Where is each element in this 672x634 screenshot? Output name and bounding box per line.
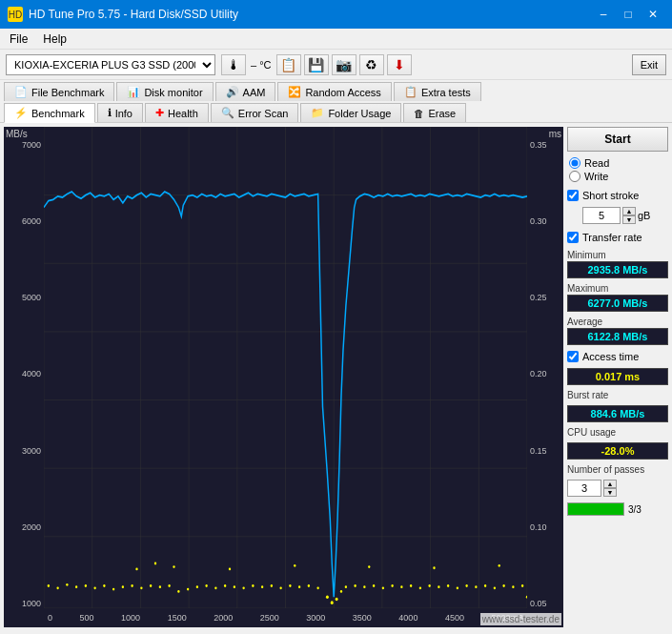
x-label-3500: 3500 bbox=[353, 613, 372, 623]
svg-point-43 bbox=[261, 585, 263, 588]
short-stroke-checkbox[interactable] bbox=[567, 190, 579, 201]
tab-erase[interactable]: 🗑 Erase bbox=[403, 103, 466, 122]
average-section: Average 6122.8 MB/s bbox=[567, 316, 668, 345]
svg-point-30 bbox=[140, 586, 142, 589]
disk-icon-btn[interactable]: 💾 bbox=[304, 54, 329, 75]
svg-point-20 bbox=[48, 584, 50, 587]
svg-point-53 bbox=[340, 590, 342, 593]
tab-extra-tests[interactable]: 📋 Extra tests bbox=[394, 82, 481, 101]
minimize-button[interactable]: – bbox=[592, 4, 615, 25]
y-label-2000: 2000 bbox=[4, 522, 44, 532]
title-bar-controls: – □ ✕ bbox=[592, 4, 664, 25]
average-label: Average bbox=[567, 316, 668, 328]
y-right-035: 0.35 bbox=[527, 140, 563, 150]
download-icon-btn[interactable]: ⬇ bbox=[387, 54, 412, 75]
svg-point-36 bbox=[196, 585, 198, 588]
transfer-rate-checkbox-row[interactable]: Transfer rate bbox=[567, 230, 668, 245]
tab-file-benchmark[interactable]: 📄 File Benchmark bbox=[4, 82, 114, 101]
svg-point-57 bbox=[373, 584, 375, 587]
maximize-button[interactable]: □ bbox=[617, 4, 640, 25]
svg-point-23 bbox=[75, 585, 77, 588]
short-stroke-up[interactable]: ▲ bbox=[622, 207, 636, 215]
tab-aam[interactable]: 🔊 AAM bbox=[215, 82, 276, 101]
short-stroke-spin-row: 5 ▲ ▼ gB bbox=[582, 207, 668, 224]
read-option[interactable]: Read bbox=[569, 157, 666, 169]
title-bar: HD HD Tune Pro 5.75 - Hard Disk/SSD Util… bbox=[0, 0, 672, 29]
svg-point-82 bbox=[499, 564, 500, 567]
y-right-015: 0.15 bbox=[527, 446, 563, 456]
progress-row: 3/3 bbox=[567, 502, 668, 516]
write-option[interactable]: Write bbox=[569, 171, 666, 182]
access-time-checkbox[interactable] bbox=[567, 351, 579, 362]
passes-input[interactable] bbox=[567, 480, 601, 497]
transfer-rate-checkbox[interactable] bbox=[567, 232, 579, 243]
short-stroke-input[interactable]: 5 bbox=[582, 207, 621, 224]
tab-random-access[interactable]: 🔀 Random Access bbox=[277, 82, 391, 101]
tab-error-scan[interactable]: 🔍 Error Scan bbox=[211, 103, 299, 122]
watermark: www.ssd-tester.de bbox=[480, 613, 561, 625]
y-axis-unit-left: MB/s bbox=[6, 129, 28, 139]
y-label-6000: 6000 bbox=[4, 216, 44, 226]
svg-point-27 bbox=[112, 588, 114, 591]
y-label-1000: 1000 bbox=[4, 599, 44, 608]
exit-button[interactable]: Exit bbox=[632, 54, 666, 75]
camera-icon-btn[interactable]: 📷 bbox=[332, 54, 356, 75]
thermometer-icon[interactable]: 🌡 bbox=[221, 54, 246, 75]
tab-folder-usage[interactable]: 📁 Folder Usage bbox=[300, 103, 401, 122]
svg-point-48 bbox=[308, 584, 310, 587]
svg-point-21 bbox=[56, 586, 58, 589]
svg-point-52 bbox=[336, 598, 338, 602]
tab-disk-monitor[interactable]: 📊 Disk monitor bbox=[116, 82, 213, 101]
svg-point-64 bbox=[438, 585, 439, 588]
svg-point-63 bbox=[428, 584, 430, 587]
svg-point-51 bbox=[331, 601, 334, 604]
svg-point-59 bbox=[391, 584, 393, 587]
refresh-icon-btn[interactable]: ♻ bbox=[359, 54, 384, 75]
svg-point-32 bbox=[159, 585, 161, 588]
x-label-500: 500 bbox=[80, 613, 94, 623]
tab-row-1: 📄 File Benchmark 📊 Disk monitor 🔊 AAM 🔀 … bbox=[0, 80, 672, 101]
short-stroke-down[interactable]: ▼ bbox=[622, 215, 636, 224]
x-label-3000: 3000 bbox=[306, 613, 325, 623]
tab-health[interactable]: ✚ Health bbox=[145, 103, 209, 122]
info-icon-btn[interactable]: 📋 bbox=[276, 54, 301, 75]
write-radio[interactable] bbox=[569, 171, 580, 182]
svg-point-31 bbox=[150, 584, 152, 587]
passes-up[interactable]: ▲ bbox=[603, 480, 617, 488]
passes-spinners: ▲ ▼ bbox=[603, 480, 617, 497]
y-right-005: 0.05 bbox=[527, 599, 563, 608]
benchmark-icon: ⚡ bbox=[14, 107, 28, 119]
erase-icon: 🗑 bbox=[414, 108, 424, 119]
svg-point-35 bbox=[187, 588, 189, 591]
access-time-checkbox-row[interactable]: Access time bbox=[567, 349, 668, 364]
progress-label: 3/3 bbox=[628, 504, 641, 515]
y-label-7000: 7000 bbox=[4, 140, 44, 150]
svg-point-38 bbox=[214, 586, 216, 589]
svg-point-22 bbox=[66, 583, 68, 586]
y-right-025: 0.25 bbox=[527, 293, 563, 302]
svg-point-34 bbox=[177, 590, 179, 593]
burst-rate-value: 884.6 MB/s bbox=[567, 405, 668, 422]
svg-point-25 bbox=[93, 586, 95, 589]
x-axis: 0 500 1000 1500 2000 2500 3000 3500 4000… bbox=[44, 608, 527, 627]
maximum-section: Maximum 6277.0 MB/s bbox=[567, 282, 668, 312]
start-button[interactable]: Start bbox=[567, 127, 668, 152]
error-scan-icon: 🔍 bbox=[221, 107, 234, 119]
short-stroke-checkbox-row[interactable]: Short stroke bbox=[567, 188, 668, 203]
drive-select[interactable]: KIOXIA-EXCERIA PLUS G3 SSD (2000 gB) bbox=[6, 54, 215, 75]
svg-point-77 bbox=[173, 565, 174, 568]
passes-down[interactable]: ▼ bbox=[603, 488, 617, 497]
tab-info[interactable]: ℹ Info bbox=[97, 103, 143, 122]
maximum-value: 6277.0 MB/s bbox=[567, 295, 668, 312]
tab-benchmark[interactable]: ⚡ Benchmark bbox=[4, 103, 95, 123]
minimum-label: Minimum bbox=[567, 249, 668, 261]
close-button[interactable]: ✕ bbox=[641, 4, 664, 25]
menu-file[interactable]: File bbox=[4, 31, 33, 47]
svg-point-55 bbox=[354, 584, 356, 587]
progress-bar-container bbox=[567, 502, 624, 516]
passes-label: Number of passes bbox=[567, 463, 668, 476]
svg-point-50 bbox=[326, 595, 329, 599]
read-radio[interactable] bbox=[569, 157, 580, 169]
menu-help[interactable]: Help bbox=[37, 31, 72, 47]
x-label-4000: 4000 bbox=[398, 613, 417, 623]
